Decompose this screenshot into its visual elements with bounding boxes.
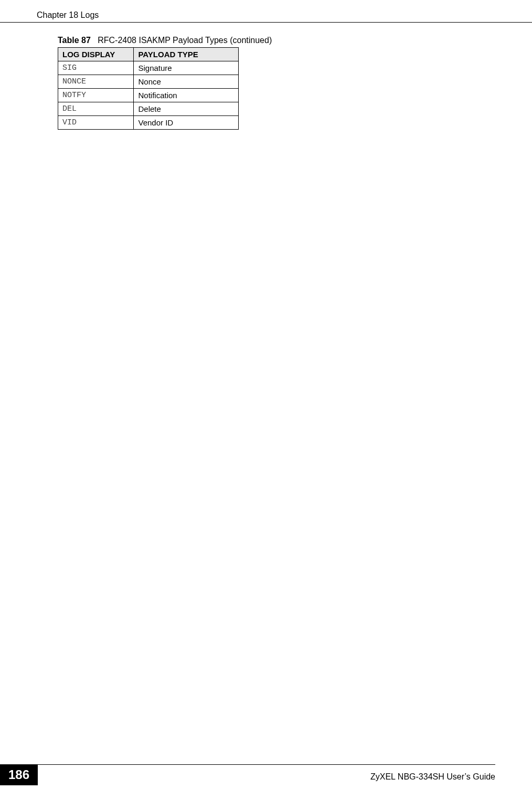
- table-row: NONCE Nonce: [58, 75, 239, 89]
- payload-types-table: LOG DISPLAY PAYLOAD TYPE SIG Signature N…: [58, 47, 239, 130]
- table-caption: Table 87 RFC-2408 ISAKMP Payload Types (…: [58, 36, 532, 45]
- header-payload-type: PAYLOAD TYPE: [134, 48, 239, 61]
- table-number: Table 87: [58, 36, 91, 45]
- cell-log: VID: [58, 116, 134, 130]
- header-log-display: LOG DISPLAY: [58, 48, 134, 61]
- chapter-title: Chapter 18 Logs: [37, 10, 99, 20]
- table-row: NOTFY Notification: [58, 89, 239, 102]
- table-row: DEL Delete: [58, 102, 239, 116]
- table-header-row: LOG DISPLAY PAYLOAD TYPE: [58, 48, 239, 61]
- cell-payload: Delete: [134, 102, 239, 116]
- cell-payload: Notification: [134, 89, 239, 102]
- page-number: 186: [0, 764, 38, 785]
- page-container: Chapter 18 Logs Table 87 RFC-2408 ISAKMP…: [0, 0, 532, 800]
- cell-payload: Nonce: [134, 75, 239, 89]
- cell-log: SIG: [58, 61, 134, 75]
- table-title: RFC-2408 ISAKMP Payload Types (continued…: [98, 36, 272, 45]
- table-row: SIG Signature: [58, 61, 239, 75]
- table-row: VID Vendor ID: [58, 116, 239, 130]
- cell-log: NONCE: [58, 75, 134, 89]
- page-header: Chapter 18 Logs: [0, 0, 532, 23]
- cell-payload: Signature: [134, 61, 239, 75]
- cell-log: NOTFY: [58, 89, 134, 102]
- cell-payload: Vendor ID: [134, 116, 239, 130]
- guide-name: ZyXEL NBG-334SH User’s Guide: [370, 769, 495, 782]
- content-area: Table 87 RFC-2408 ISAKMP Payload Types (…: [0, 23, 532, 130]
- page-footer: 186 ZyXEL NBG-334SH User’s Guide: [0, 764, 532, 785]
- cell-log: DEL: [58, 102, 134, 116]
- footer-line: 186 ZyXEL NBG-334SH User’s Guide: [37, 764, 495, 785]
